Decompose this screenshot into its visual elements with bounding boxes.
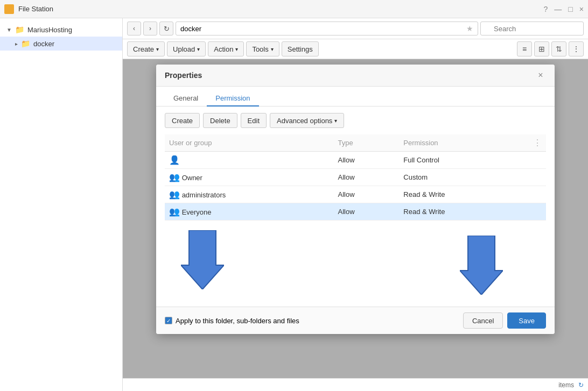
maximize-button[interactable]: □ xyxy=(568,5,572,13)
expand-arrow: ▸ xyxy=(15,41,18,47)
table-row[interactable]: 👥 administrators Allow Read & Write xyxy=(165,186,546,203)
grid-view-button[interactable]: ⊞ xyxy=(534,41,549,56)
apply-checkbox[interactable]: ✓ xyxy=(165,317,172,324)
modal-close-button[interactable]: × xyxy=(535,70,546,81)
more-options-button[interactable]: ⋮ xyxy=(569,41,584,56)
table-row[interactable]: 👥 Everyone Allow Read & Write xyxy=(165,203,546,221)
search-input[interactable] xyxy=(480,22,584,35)
items-count-label: items xyxy=(558,381,574,389)
caret-icon: ▾ xyxy=(235,46,238,52)
tab-general[interactable]: General xyxy=(165,91,207,106)
cell-permission: Custom xyxy=(399,169,529,186)
bookmark-icon[interactable]: ★ xyxy=(466,24,473,33)
close-button[interactable]: × xyxy=(579,5,584,13)
modal-tabs: General Permission xyxy=(156,87,555,106)
properties-modal: Properties × General Permission xyxy=(156,65,555,334)
path-value: docker xyxy=(180,25,201,33)
sidebar-item-docker[interactable]: ▸ 📁 docker xyxy=(0,37,122,51)
modal-body: Create Delete Edit Advanced options ▾ xyxy=(156,106,555,307)
modal-header: Properties × xyxy=(156,65,555,87)
right-arrow-annotation xyxy=(460,236,503,295)
minimize-button[interactable]: — xyxy=(554,5,562,13)
more-icon[interactable]: ⋮ xyxy=(533,138,542,147)
folder-icon xyxy=(4,4,14,14)
title-bar-left: File Station xyxy=(4,4,53,14)
content-body: Properties × General Permission xyxy=(123,59,588,378)
action-label: Action xyxy=(214,45,233,53)
refresh-button[interactable]: ↻ xyxy=(159,22,173,35)
path-bar: docker ★ xyxy=(176,22,478,35)
content-area: ‹ › ↻ docker ★ 🔍 Create ▾ Upload ▾ xyxy=(123,18,588,391)
svg-marker-0 xyxy=(181,230,224,289)
upload-button[interactable]: Upload ▾ xyxy=(167,41,206,56)
cell-type: Allow xyxy=(334,186,400,203)
caret-icon: ▾ xyxy=(271,46,274,52)
cell-user: 👥 administrators xyxy=(165,186,334,203)
action-button[interactable]: Action ▾ xyxy=(208,41,244,56)
perm-advanced-button[interactable]: Advanced options ▾ xyxy=(270,113,344,128)
back-button[interactable]: ‹ xyxy=(127,22,141,35)
table-row[interactable]: 👤 Allow Full Control xyxy=(165,152,546,169)
cell-user: 👤 xyxy=(165,152,334,169)
cell-user: 👥 Everyone xyxy=(165,203,334,221)
modal-title: Properties xyxy=(165,71,202,80)
search-wrapper: 🔍 xyxy=(480,22,584,35)
app-title: File Station xyxy=(18,5,53,13)
permission-buttons: Create Delete Edit Advanced options ▾ xyxy=(165,113,546,128)
footer-left: ✓ Apply to this folder, sub-folders and … xyxy=(165,317,299,325)
col-user-group: User or group xyxy=(165,134,334,152)
perm-delete-button[interactable]: Delete xyxy=(203,113,237,128)
save-button[interactable]: Save xyxy=(507,312,546,329)
col-more: ⋮ xyxy=(529,134,546,152)
title-bar: File Station ? — □ × xyxy=(0,0,588,18)
window-controls: ? — □ × xyxy=(544,5,584,13)
cell-type: Allow xyxy=(334,169,400,186)
modal-overlay: Properties × General Permission xyxy=(123,59,588,378)
help-button[interactable]: ? xyxy=(544,5,548,13)
modal-footer: ✓ Apply to this folder, sub-folders and … xyxy=(156,307,555,334)
sidebar-item-label: MariusHosting xyxy=(27,26,72,34)
cell-more xyxy=(529,203,546,221)
folder-icon: 📁 xyxy=(21,39,30,48)
caret-icon: ▾ xyxy=(156,46,159,52)
tab-permission[interactable]: Permission xyxy=(207,91,258,106)
cell-more xyxy=(529,169,546,186)
left-arrow-annotation xyxy=(181,230,224,289)
sidebar: ▼ 📁 MariusHosting ▸ 📁 docker xyxy=(0,18,123,391)
perm-create-button[interactable]: Create xyxy=(165,113,200,128)
caret-icon: ▾ xyxy=(197,46,200,52)
cell-permission: Read & Write xyxy=(399,203,529,221)
cancel-button[interactable]: Cancel xyxy=(463,312,503,329)
settings-button[interactable]: Settings xyxy=(282,41,319,56)
col-permission: Permission xyxy=(399,134,529,152)
cell-permission: Read & Write xyxy=(399,186,529,203)
sort-button[interactable]: ⇅ xyxy=(551,41,566,56)
table-row[interactable]: 👥 Owner Allow Custom xyxy=(165,169,546,186)
cell-more xyxy=(529,152,546,169)
cell-type: Allow xyxy=(334,203,400,221)
create-button[interactable]: Create ▾ xyxy=(127,41,165,56)
cell-permission: Full Control xyxy=(399,152,529,169)
action-bar: Create ▾ Upload ▾ Action ▾ Tools ▾ Setti… xyxy=(123,39,588,59)
sidebar-item-label: docker xyxy=(33,40,54,48)
cell-user: 👥 Owner xyxy=(165,169,334,186)
table-header-row: User or group Type Permission xyxy=(165,134,546,152)
annotation-area xyxy=(165,225,546,300)
col-type: Type xyxy=(334,134,400,152)
sidebar-section: ▼ 📁 MariusHosting ▸ 📁 docker xyxy=(0,18,122,55)
cell-type: Allow xyxy=(334,152,400,169)
tools-button[interactable]: Tools ▾ xyxy=(246,41,279,56)
list-view-button[interactable]: ≡ xyxy=(517,41,532,56)
permission-table: User or group Type Permission xyxy=(165,134,546,221)
caret-icon: ▾ xyxy=(334,118,337,124)
forward-button[interactable]: › xyxy=(143,22,157,35)
create-label: Create xyxy=(133,45,154,53)
toolbar: ‹ › ↻ docker ★ 🔍 xyxy=(123,18,588,39)
users-icon: 👥 xyxy=(169,190,180,199)
sidebar-item-marius-hosting[interactable]: ▼ 📁 MariusHosting xyxy=(0,23,122,37)
status-bar: items ↻ xyxy=(123,378,588,391)
perm-edit-button[interactable]: Edit xyxy=(241,113,267,128)
checkmark-icon: ✓ xyxy=(166,318,171,324)
status-refresh-icon[interactable]: ↻ xyxy=(578,381,584,389)
view-controls: ≡ ⊞ ⇅ ⋮ xyxy=(517,41,584,56)
